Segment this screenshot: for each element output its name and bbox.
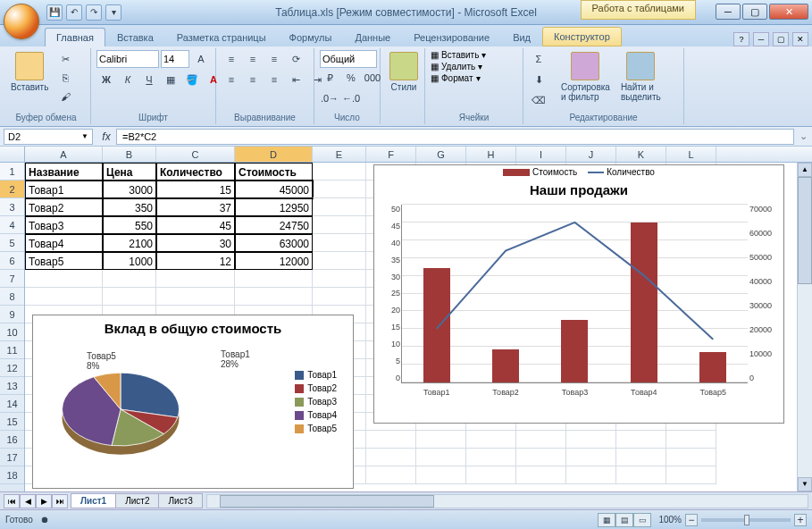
vscroll-thumb[interactable] — [798, 177, 812, 284]
cell-E1[interactable] — [313, 163, 366, 181]
cell-I18[interactable] — [516, 466, 566, 484]
doc-restore-icon[interactable]: ▢ — [773, 32, 789, 46]
cell-A1[interactable]: Название — [25, 163, 103, 181]
cell-B7[interactable] — [103, 270, 156, 288]
cut-icon[interactable]: ✂ — [55, 50, 75, 68]
formula-input[interactable]: =B2*C2 — [116, 129, 794, 145]
column-header-A[interactable]: A — [25, 147, 103, 162]
scroll-up-icon[interactable]: ▲ — [798, 163, 812, 177]
cell-D1[interactable]: Стоимость — [235, 163, 313, 181]
column-header-J[interactable]: J — [566, 147, 616, 162]
column-header-F[interactable]: F — [366, 147, 416, 162]
comma-icon[interactable]: 000 — [363, 69, 382, 87]
chevron-down-icon[interactable]: ▼ — [81, 132, 88, 140]
cell-B8[interactable] — [103, 288, 156, 306]
indent-decrease-icon[interactable]: ⇤ — [286, 71, 306, 88]
align-bottom-icon[interactable]: ≡ — [264, 50, 284, 68]
align-right-icon[interactable]: ≡ — [264, 71, 284, 88]
border-icon[interactable]: ▦ — [161, 71, 180, 88]
sheet-prev-icon[interactable]: ◀ — [20, 494, 36, 508]
cell-A2[interactable]: Товар1 — [25, 181, 103, 198]
cell-C6[interactable]: 12 — [156, 252, 235, 270]
fill-icon[interactable]: ⬇ — [529, 71, 548, 88]
cell-C1[interactable]: Количество — [156, 163, 235, 181]
column-header-G[interactable]: G — [416, 147, 466, 162]
cell-B1[interactable]: Цена — [103, 163, 156, 181]
delete-cells-button[interactable]: ▦ Удалить ▾ — [431, 62, 482, 71]
cell-D2[interactable]: 45000 — [235, 181, 313, 198]
decrease-decimal-icon[interactable]: ←.0 — [341, 89, 361, 107]
formula-expand-icon[interactable]: ⌄ — [794, 130, 812, 142]
cell-D4[interactable]: 24750 — [235, 216, 313, 234]
row-header-11[interactable]: 11 — [0, 341, 24, 359]
row-header-4[interactable]: 4 — [0, 216, 24, 234]
clear-icon[interactable]: ⌫ — [529, 91, 548, 109]
cell-J17[interactable] — [566, 449, 616, 466]
page-layout-view-icon[interactable]: ▤ — [615, 513, 633, 527]
cell-F17[interactable] — [366, 449, 416, 466]
row-header-1[interactable]: 1 — [0, 163, 24, 181]
cell-C7[interactable] — [156, 270, 235, 288]
zoom-out-button[interactable]: − — [685, 514, 698, 526]
cell-A8[interactable] — [25, 288, 103, 306]
cell-G17[interactable] — [416, 449, 466, 466]
cell-L16[interactable] — [666, 431, 716, 449]
cell-B4[interactable]: 550 — [103, 216, 156, 234]
tab-insert[interactable]: Вставка — [105, 28, 165, 46]
redo-icon[interactable]: ↷ — [86, 4, 102, 21]
row-header-8[interactable]: 8 — [0, 288, 24, 306]
tab-home[interactable]: Главная — [45, 28, 105, 46]
cell-G16[interactable] — [416, 431, 466, 449]
tab-design[interactable]: Конструктор — [542, 27, 622, 46]
cell-E7[interactable] — [313, 270, 366, 288]
cell-L18[interactable] — [666, 466, 716, 484]
column-header-I[interactable]: I — [516, 147, 566, 162]
row-header-12[interactable]: 12 — [0, 359, 24, 377]
row-header-14[interactable]: 14 — [0, 395, 24, 413]
italic-icon[interactable]: К — [118, 71, 138, 88]
sheet-last-icon[interactable]: ⏭ — [52, 494, 68, 508]
cell-E6[interactable] — [313, 252, 366, 270]
cell-A3[interactable]: Товар2 — [25, 198, 103, 216]
align-top-icon[interactable]: ≡ — [222, 50, 241, 68]
save-icon[interactable]: 💾 — [46, 4, 63, 21]
row-header-7[interactable]: 7 — [0, 270, 24, 288]
cell-J18[interactable] — [566, 466, 616, 484]
zoom-thumb[interactable] — [744, 515, 749, 525]
sheet-tab-1[interactable]: Лист1 — [71, 493, 116, 508]
cell-A7[interactable] — [25, 270, 103, 288]
cell-H17[interactable] — [466, 449, 516, 466]
cell-D7[interactable] — [235, 270, 313, 288]
maximize-button[interactable]: ▢ — [742, 4, 767, 20]
column-header-C[interactable]: C — [156, 147, 235, 162]
cell-B6[interactable]: 1000 — [103, 252, 156, 270]
column-header-E[interactable]: E — [313, 147, 366, 162]
tab-review[interactable]: Рецензирование — [402, 28, 501, 46]
cell-K17[interactable] — [616, 449, 666, 466]
office-button[interactable] — [4, 4, 39, 39]
align-middle-icon[interactable]: ≡ — [243, 50, 263, 68]
cell-C4[interactable]: 45 — [156, 216, 235, 234]
sheet-tab-3[interactable]: Лист3 — [158, 493, 202, 508]
cell-I16[interactable] — [516, 431, 566, 449]
zoom-slider[interactable] — [701, 518, 791, 522]
font-name-combo[interactable]: Calibri — [96, 50, 159, 68]
cell-E8[interactable] — [313, 288, 366, 306]
paste-button[interactable]: Вставить — [7, 50, 52, 94]
cell-H18[interactable] — [466, 466, 516, 484]
row-header-3[interactable]: 3 — [0, 198, 24, 216]
cell-B3[interactable]: 350 — [103, 198, 156, 216]
align-left-icon[interactable]: ≡ — [222, 71, 241, 88]
percent-icon[interactable]: % — [341, 69, 361, 87]
cell-I17[interactable] — [516, 449, 566, 466]
tab-view[interactable]: Вид — [501, 28, 542, 46]
find-select-button[interactable]: Найти и выделить — [617, 50, 665, 104]
currency-icon[interactable]: ₽ — [320, 69, 339, 87]
copy-icon[interactable]: ⎘ — [55, 69, 75, 87]
minimize-button[interactable]: ─ — [716, 4, 741, 20]
sheet-next-icon[interactable]: ▶ — [36, 494, 52, 508]
cell-A4[interactable]: Товар3 — [25, 216, 103, 234]
select-all-corner[interactable] — [0, 147, 25, 162]
cell-E3[interactable] — [313, 198, 366, 216]
scroll-down-icon[interactable]: ▼ — [798, 477, 812, 491]
